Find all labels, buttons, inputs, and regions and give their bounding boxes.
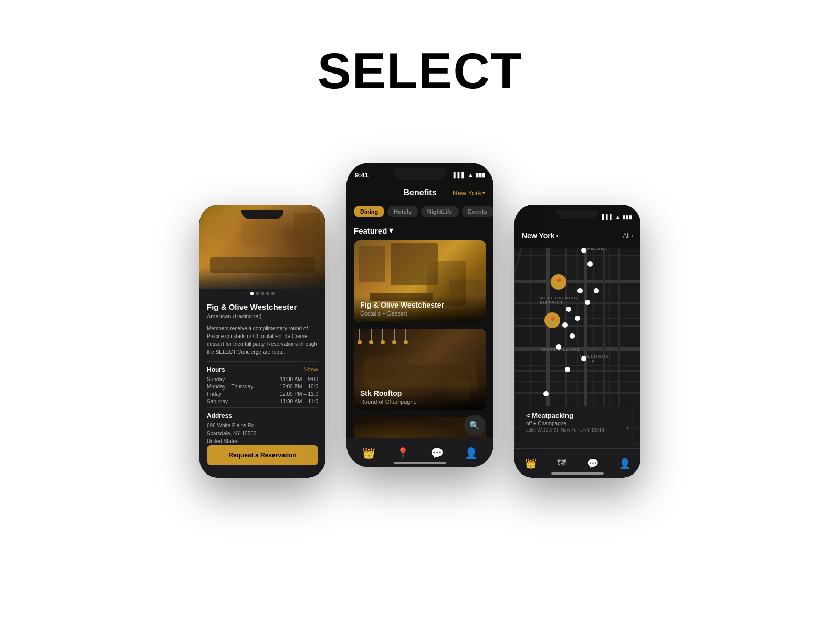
wifi-icon-right: ▲ — [615, 214, 621, 220]
address-label: Address — [207, 412, 318, 419]
map-pin-1[interactable] — [587, 261, 593, 267]
map-pin-10[interactable] — [556, 344, 561, 350]
map-pin-3[interactable] — [578, 288, 583, 293]
city-selector[interactable]: New York ▾ — [453, 189, 485, 197]
signal-icon: ▌▌▌ — [454, 172, 466, 178]
venue-type-left: American (traditional) — [207, 313, 318, 319]
map-label-meatpacking: MEAT PACKINGDISTRICT — [540, 296, 578, 305]
notch-left — [242, 210, 284, 219]
chevron-right-icon: › — [556, 233, 558, 239]
featured-label: Featured ▾ — [354, 226, 393, 235]
hour-row-1: Sunday 11:30 AM – 9:00 — [207, 376, 318, 382]
dot-2 — [256, 292, 259, 295]
right-header: New York › All › — [514, 224, 640, 248]
dot-5 — [271, 292, 275, 295]
card-1-overlay: Fig & Olive Westchester Coctails + Desse… — [354, 296, 486, 322]
map-pin-5[interactable] — [594, 288, 599, 293]
signal-icon-right: ▌▌▌ — [602, 214, 613, 220]
wifi-icon: ▲ — [468, 172, 474, 178]
card-1-name: Fig & Olive Westchester — [360, 301, 480, 309]
card-2-name: Stk Rooftop — [360, 389, 480, 397]
hour-row-4: Saturday 11:30 AM – 11:0 — [207, 398, 318, 404]
map-pin-7[interactable] — [575, 316, 580, 321]
show-link[interactable]: Show — [303, 366, 318, 373]
venue-desc: Members receive a complimentary round of… — [207, 324, 318, 356]
map-pin-4[interactable] — [585, 300, 590, 305]
app-title: SELECT — [318, 42, 523, 100]
card-1[interactable]: Fig & Olive Westchester Coctails + Desse… — [354, 240, 486, 322]
address-text: 696 White Plains Rd Scarsdale, NY 10583 … — [207, 422, 318, 445]
hours-label: Hours — [207, 366, 225, 373]
right-filter[interactable]: All › — [623, 232, 633, 239]
status-icons: ▌▌▌ ▲ ▮▮▮ — [454, 172, 485, 178]
nav-crown-right[interactable]: 👑 — [525, 458, 537, 469]
map-pin-selected[interactable]: 📍 — [544, 312, 560, 328]
dot-indicators — [200, 289, 326, 298]
phone-left: Fig & Olive Westchester American (tradit… — [200, 205, 326, 478]
home-indicator-right — [551, 472, 604, 475]
venue-card-map[interactable]: < Meatpacking off + Champagne Little W 1… — [520, 406, 635, 448]
chevron-down-icon: ▾ — [482, 190, 485, 196]
nav-profile-right[interactable]: 👤 — [619, 458, 631, 469]
status-time: 9:41 — [355, 171, 369, 179]
venue-card-title: < Meatpacking — [526, 412, 629, 419]
city-name[interactable]: New York — [453, 189, 481, 197]
search-button[interactable]: 🔍 — [464, 415, 485, 436]
home-indicator-center — [394, 462, 446, 464]
reserve-button[interactable]: Request a Reservation — [207, 445, 318, 465]
card-1-type: Coctails + Dessert — [360, 310, 480, 317]
tab-events[interactable]: Events — [462, 206, 494, 217]
chevron-featured: ▾ — [389, 226, 393, 235]
notch-right — [556, 210, 598, 219]
battery-icon: ▮▮▮ — [476, 172, 485, 178]
card-2-overlay: Stk Rooftop Round of Champagne — [354, 384, 486, 410]
center-header: Benefits New York ▾ — [346, 184, 494, 202]
nav-home-icon[interactable]: 👑 — [362, 447, 375, 459]
dot-3 — [261, 292, 264, 295]
chevron-filter-icon: › — [632, 233, 633, 239]
venue-card-address: Little W 12th St, New York, NY 10014 — [526, 427, 629, 433]
venue-name-left: Fig & Olive Westchester — [207, 302, 318, 311]
hanging-lights — [354, 329, 486, 355]
tab-nightlife[interactable]: NightLife — [421, 206, 459, 217]
nav-profile-icon[interactable]: 👤 — [465, 447, 478, 459]
tab-hotels[interactable]: Hotels — [387, 206, 418, 217]
map-pin-bottom[interactable] — [543, 391, 549, 396]
hour-row-3: Friday 12:00 PM – 11:0 — [207, 391, 318, 397]
notch-center — [394, 168, 446, 180]
card-2-type: Round of Champagne — [360, 398, 480, 405]
map-pin-9[interactable] — [570, 333, 575, 339]
dot-4 — [266, 292, 269, 295]
center-title: Benefits — [403, 188, 436, 197]
right-city[interactable]: New York › — [522, 232, 558, 240]
battery-icon-right: ▮▮▮ — [623, 214, 632, 220]
phone-right: ▌▌▌ ▲ ▮▮▮ New York › All › — [514, 205, 640, 478]
map-pin-11[interactable] — [581, 356, 586, 361]
tab-dining[interactable]: Dining — [354, 206, 384, 217]
phones-showcase: Fig & Olive Westchester American (tradit… — [184, 131, 656, 488]
map-pin-selected-2[interactable]: 📍 — [551, 274, 566, 290]
dot-1 — [250, 292, 254, 295]
hour-row-2: Monday – Thursday 12:00 PM – 10:0 — [207, 384, 318, 390]
nav-location-icon[interactable]: 📍 — [396, 447, 410, 459]
venue-card-subtitle: off + Champagne — [526, 421, 629, 426]
phone-center: 9:41 ▌▌▌ ▲ ▮▮▮ Benefits New York ▾ — [346, 163, 494, 467]
nav-chat-right[interactable]: 💬 — [587, 458, 598, 469]
nav-chat-icon[interactable]: 💬 — [430, 447, 444, 459]
status-icons-right: ▌▌▌ ▲ ▮▮▮ — [602, 214, 632, 220]
card-2[interactable]: Stk Rooftop Round of Champagne — [354, 329, 486, 410]
venue-card-chevron: › — [626, 423, 629, 432]
nav-map-right[interactable]: 🗺 — [557, 458, 566, 469]
category-tabs: Dining Hotels NightLife Events Tra... — [346, 206, 494, 217]
map-pin-12[interactable] — [565, 367, 570, 372]
map-pin-8[interactable] — [562, 322, 568, 328]
map-pin-6[interactable] — [566, 307, 571, 312]
map-pin-2[interactable] — [581, 248, 586, 253]
